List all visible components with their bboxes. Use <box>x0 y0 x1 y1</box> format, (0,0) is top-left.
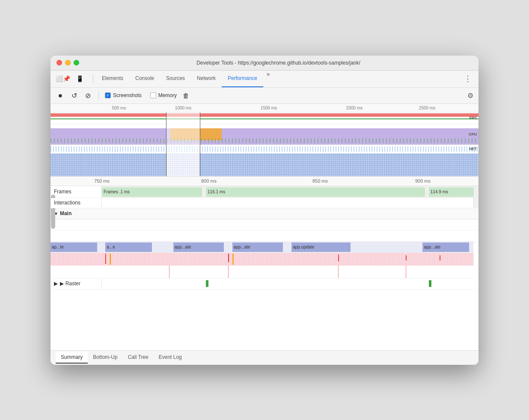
tab-event-log[interactable]: Event Log <box>154 352 187 364</box>
tab-performance[interactable]: Performance <box>222 71 263 87</box>
red-spike-1 <box>105 254 106 264</box>
tick-800: 800 ms <box>201 178 217 183</box>
inspect-icon[interactable]: ⬜📌 <box>54 74 72 84</box>
tick-850: 850 ms <box>312 178 328 183</box>
screenshots-track <box>51 154 478 177</box>
scrollbar[interactable] <box>473 186 478 198</box>
screenshots-checkbox[interactable]: ✓ <box>105 92 111 98</box>
traffic-lights <box>56 60 79 65</box>
micro-bar-5[interactable]: app.update <box>291 243 351 252</box>
fps-label: FPS <box>469 116 477 120</box>
cpu-label: CPU <box>469 132 477 136</box>
micro-bar-3[interactable]: app...ate <box>173 243 224 252</box>
red-spike-5 <box>440 255 440 260</box>
tab-call-tree[interactable]: Call Tree <box>123 352 154 364</box>
flame-row-1: Animatio....js:94) Animation Frame Fired… <box>51 219 478 231</box>
tab-divider <box>93 74 93 83</box>
memory-label: Memory <box>158 92 177 98</box>
interactions-content <box>102 198 473 208</box>
tab-bottom-up[interactable]: Bottom-Up <box>88 352 122 364</box>
window-title: Developer Tools - https://googlechrome.g… <box>84 60 473 66</box>
device-icon[interactable]: 📱 <box>74 74 85 84</box>
red-spike-4 <box>406 255 407 260</box>
overview-ruler: 500 ms 1000 ms 1500 ms 2000 ms 2500 ms <box>51 104 478 112</box>
ruler-tick-2000: 2000 ms <box>346 106 363 110</box>
tab-menu-icon[interactable]: ⋮ <box>461 72 475 85</box>
bottom-tabs: Summary Bottom-Up Call Tree Event Log <box>51 350 478 365</box>
clear-button[interactable]: ⊘ <box>83 91 92 100</box>
trash-button[interactable]: 🗑 <box>181 91 190 100</box>
frames-label: Frames <box>51 186 102 198</box>
interactions-label: Interactions <box>51 198 102 208</box>
overview-tracks: FPS CPU NET <box>51 112 478 177</box>
scrollbar-2 <box>473 198 478 208</box>
screenshots-checkbox-label[interactable]: ✓ Screenshots <box>105 92 142 98</box>
vline-4 <box>406 266 406 278</box>
fps-green-line <box>51 118 478 119</box>
ruler-tick-1500: 1500 ms <box>261 106 277 110</box>
interactions-row: Interactions <box>51 198 478 208</box>
tick-750: 750 ms <box>94 178 110 183</box>
raster-collapse-icon: ▶ <box>54 281 58 287</box>
net-dots <box>51 146 478 152</box>
frames-content: Frames .1 ms 116.1 ms 114.9 ms <box>102 186 473 198</box>
maximize-button[interactable] <box>74 60 79 65</box>
toolbar-sep-1 <box>98 91 99 100</box>
tabbar-icons: ⬜📌 📱 <box>54 74 85 84</box>
micro-bar-4[interactable]: app...ate <box>232 243 283 252</box>
frame-block-3-label: 114.9 ms <box>431 189 448 194</box>
raster-block-2 <box>429 280 431 287</box>
main-section-header[interactable]: ▼ Main <box>51 208 478 219</box>
tab-sources[interactable]: Sources <box>160 71 191 87</box>
flame-row-2: Function....js:61) Function Call (app.js… <box>51 231 478 242</box>
frame-block-2-label: 116.1 ms <box>208 189 225 194</box>
micro-bars-row: ap...te a...e app...ate app...ate app.up… <box>51 242 473 253</box>
record-button[interactable]: ● <box>56 91 65 100</box>
frame-block-2[interactable]: 116.1 ms <box>206 187 425 197</box>
titlebar: Developer Tools - https://googlechrome.g… <box>51 56 478 71</box>
red-spike-2 <box>228 254 229 262</box>
tab-more[interactable]: » <box>263 71 273 87</box>
screenshots-grid <box>51 154 478 177</box>
pattern-stripes <box>51 253 473 266</box>
micro-bar-2[interactable]: a...e <box>105 243 152 252</box>
minimize-button[interactable] <box>65 60 71 65</box>
yellow-spike-2 <box>232 254 234 265</box>
micro-bar-1[interactable]: ap...te <box>51 243 97 252</box>
checkmark-icon: ✓ <box>106 93 110 98</box>
frames-row: Frames Frames .1 ms 116.1 ms 114.9 ms <box>51 186 478 198</box>
tab-summary[interactable]: Summary <box>56 352 88 364</box>
frame-block-1[interactable]: Frames .1 ms <box>102 187 202 197</box>
selection-overlay[interactable] <box>166 112 200 177</box>
frame-block-1-label: Frames .1 ms <box>104 189 130 194</box>
tabs: Elements Console Sources Network Perform… <box>96 71 273 87</box>
close-button[interactable] <box>56 60 62 65</box>
reload-button[interactable]: ↺ <box>69 91 79 100</box>
screenshots-label: Screenshots <box>113 92 142 98</box>
tab-network[interactable]: Network <box>191 71 222 87</box>
cpu-green-dots <box>51 139 478 143</box>
ruler-tick-500: 500 ms <box>112 106 126 110</box>
main-content: 750 ms 800 ms 850 ms 900 ms Frames Frame… <box>51 177 478 365</box>
pattern-row <box>51 253 473 266</box>
memory-checkbox-label[interactable]: Memory <box>150 92 177 98</box>
cpu-track: CPU <box>51 124 478 145</box>
micro-bar-6[interactable]: app...ate <box>422 243 469 252</box>
overview-panel: 500 ms 1000 ms 1500 ms 2000 ms 2500 ms F… <box>51 104 478 177</box>
frame-block-3[interactable]: 114.9 ms <box>429 187 473 197</box>
vline-1 <box>169 266 169 278</box>
tab-console[interactable]: Console <box>129 71 160 87</box>
ruler-tick-2500: 2500 ms <box>419 106 435 110</box>
vline-3 <box>338 266 339 278</box>
ruler-tick-1000: 1000 ms <box>175 106 191 110</box>
settings-icon[interactable]: ⚙ <box>467 92 473 100</box>
raster-block-1 <box>206 280 208 287</box>
tab-elements[interactable]: Elements <box>96 71 129 87</box>
tabbar: ⬜📌 📱 Elements Console Sources Network Pe… <box>51 71 478 88</box>
memory-checkbox[interactable] <box>150 92 156 98</box>
raster-label[interactable]: ▶ ▶ Raster <box>51 279 102 288</box>
net-label: NET <box>469 147 477 151</box>
vertical-lines-row <box>51 266 473 278</box>
raster-content <box>102 278 473 289</box>
vline-2 <box>228 266 229 278</box>
